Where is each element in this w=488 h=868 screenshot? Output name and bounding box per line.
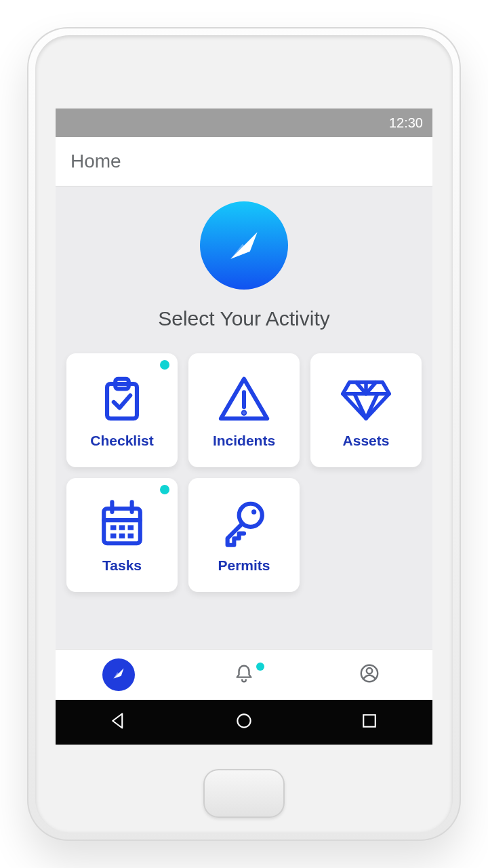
warning-triangle-icon: [217, 372, 271, 426]
nav-back-icon[interactable]: [109, 711, 128, 733]
svg-rect-16: [110, 525, 117, 530]
activity-card-assets[interactable]: Assets: [310, 353, 422, 467]
status-time: 12:30: [389, 115, 423, 131]
activity-card-incidents[interactable]: Incidents: [188, 353, 300, 467]
diamond-icon: [339, 372, 393, 426]
app-bar: Home: [56, 137, 432, 186]
nav-home-icon[interactable]: [235, 711, 253, 733]
phone-bezel: 12:30 Home Select Your Activity: [35, 35, 453, 833]
notification-dot: [256, 663, 264, 671]
card-label: Checklist: [90, 433, 153, 449]
card-label: Permits: [218, 557, 270, 574]
compass-hero-icon: [200, 201, 288, 290]
calendar-grid-icon: [95, 496, 149, 551]
clipboard-check-icon: [95, 372, 149, 426]
bottom-tab-bar: [56, 649, 432, 700]
tab-profile[interactable]: [353, 658, 386, 691]
hero-title: Select Your Activity: [158, 307, 329, 330]
svg-rect-31: [364, 715, 376, 727]
status-bar: 12:30: [56, 108, 432, 137]
svg-rect-18: [128, 525, 134, 530]
svg-point-23: [251, 509, 256, 514]
nav-recents-icon[interactable]: [360, 711, 379, 733]
card-label: Incidents: [213, 433, 275, 449]
svg-rect-17: [119, 525, 125, 530]
page-title: Home: [70, 151, 121, 172]
notification-dot: [160, 485, 169, 494]
card-label: Tasks: [102, 557, 142, 574]
svg-rect-19: [110, 534, 117, 538]
activity-card-tasks[interactable]: Tasks: [66, 478, 178, 592]
screen: 12:30 Home Select Your Activity: [56, 108, 432, 745]
svg-rect-20: [119, 534, 125, 538]
notification-dot: [160, 360, 169, 370]
svg-rect-21: [128, 534, 134, 538]
svg-point-28: [367, 668, 372, 673]
phone-body: 12:30 Home Select Your Activity: [27, 27, 461, 841]
device-frame: 12:30 Home Select Your Activity: [0, 0, 488, 868]
tab-alerts[interactable]: [228, 658, 260, 691]
svg-marker-29: [113, 714, 122, 728]
activity-card-checklist[interactable]: Checklist: [66, 353, 178, 467]
main-content: Select Your Activity Che: [56, 186, 432, 649]
activity-card-permits[interactable]: Permits: [188, 478, 300, 592]
phone-home-button[interactable]: [203, 769, 285, 818]
card-label: Assets: [343, 433, 390, 449]
android-nav-bar: [56, 700, 432, 745]
key-icon: [217, 496, 271, 551]
svg-point-30: [237, 714, 250, 727]
user-circle-icon: [359, 663, 380, 686]
svg-point-9: [243, 412, 245, 414]
activity-grid: Checklist Incidents: [64, 353, 424, 592]
bell-icon: [234, 663, 254, 686]
tab-explore[interactable]: [102, 658, 135, 691]
compass-icon: [108, 663, 129, 686]
